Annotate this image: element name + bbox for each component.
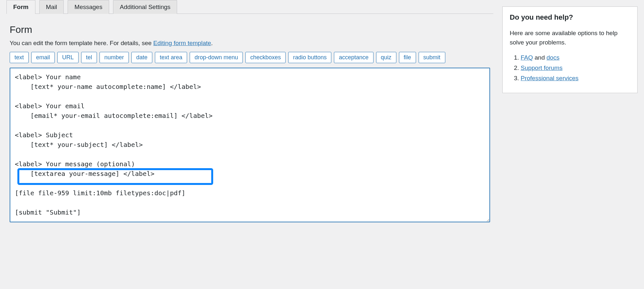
help-item1-mid: and <box>533 54 546 61</box>
docs-link[interactable]: docs <box>546 54 559 61</box>
tag-checkboxes-button[interactable]: checkboxes <box>245 52 286 63</box>
editing-form-template-link[interactable]: Editing form template <box>153 40 211 46</box>
tag-text-button[interactable]: text <box>10 52 29 63</box>
help-item-faq: FAQ and docs <box>521 54 630 61</box>
help-item-professional: Professional services <box>521 75 630 82</box>
tag-textarea-button[interactable]: text area <box>155 52 187 63</box>
tab-form[interactable]: Form <box>6 0 35 14</box>
help-panel: Do you need help? Here are some availabl… <box>502 6 638 93</box>
tag-url-button[interactable]: URL <box>57 52 79 63</box>
form-template-textarea[interactable] <box>10 68 490 222</box>
help-item-support: Support forums <box>521 64 630 72</box>
tag-acceptance-button[interactable]: acceptance <box>334 52 373 63</box>
tag-generator-buttons: text email URL tel number date text area… <box>10 52 490 63</box>
tag-email-button[interactable]: email <box>31 52 55 63</box>
help-text: Here are some available options to help … <box>510 29 630 47</box>
tag-dropdown-button[interactable]: drop-down menu <box>190 52 243 63</box>
tag-date-button[interactable]: date <box>131 52 152 63</box>
tab-additional-settings[interactable]: Additional Settings <box>113 0 177 14</box>
desc-text-after: . <box>211 40 213 46</box>
help-title: Do you need help? <box>510 13 630 22</box>
tag-radio-button[interactable]: radio buttons <box>288 52 331 63</box>
support-forums-link[interactable]: Support forums <box>521 64 563 71</box>
faq-link[interactable]: FAQ <box>521 54 533 61</box>
form-panel: Form You can edit the form template here… <box>6 24 493 224</box>
tab-mail[interactable]: Mail <box>39 0 64 14</box>
tag-file-button[interactable]: file <box>399 52 416 63</box>
tab-messages[interactable]: Messages <box>68 0 109 14</box>
tag-tel-button[interactable]: tel <box>81 52 97 63</box>
tag-quiz-button[interactable]: quiz <box>376 52 396 63</box>
section-description: You can edit the form template here. For… <box>10 40 490 47</box>
desc-text-before: You can edit the form template here. For… <box>10 40 153 46</box>
help-list: FAQ and docs Support forums Professional… <box>510 54 630 82</box>
tag-number-button[interactable]: number <box>99 52 129 63</box>
professional-services-link[interactable]: Professional services <box>521 75 579 82</box>
section-title: Form <box>10 24 490 35</box>
tab-bar: Form Mail Messages Additional Settings <box>6 0 493 14</box>
tag-submit-button[interactable]: submit <box>419 52 445 63</box>
